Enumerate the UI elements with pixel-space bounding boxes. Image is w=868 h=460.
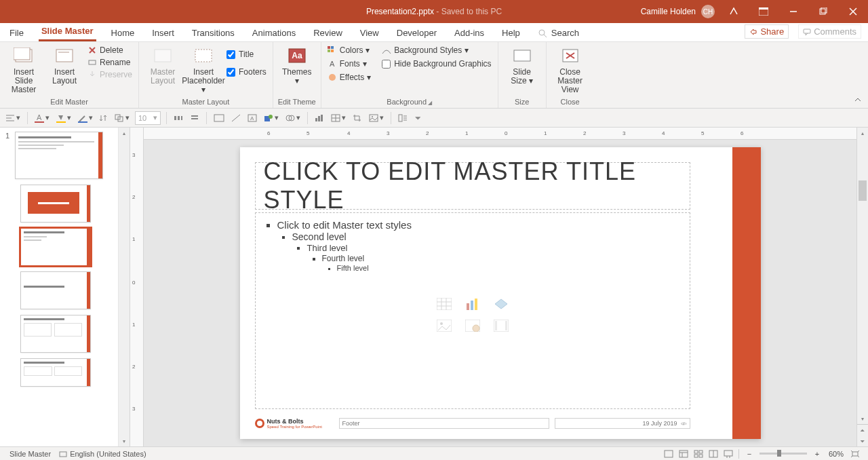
layout-thumbnail-4[interactable] — [20, 315, 91, 353]
content-placeholder[interactable]: Click to edit Master text styles Second … — [255, 212, 690, 409]
tell-me-search[interactable]: Search — [535, 24, 582, 41]
chart-button[interactable] — [313, 111, 326, 126]
scroll-up-icon[interactable]: ▴ — [119, 128, 130, 138]
effects-button[interactable]: Effects ▾ — [326, 72, 373, 83]
tab-file[interactable]: File — [7, 24, 26, 41]
insert-chart-icon[interactable] — [463, 296, 482, 311]
quick-toolbar: ▾ A▾ ▾ ▾ ▾ 10▾ A ▾ ▾ ▾ ▾ ⏷ — [0, 109, 868, 128]
reading-view-button[interactable] — [706, 448, 721, 460]
shape-line-button[interactable] — [230, 111, 242, 126]
prev-slide-icon[interactable]: ⏶ — [857, 425, 868, 436]
insert-video-icon[interactable] — [492, 318, 511, 333]
shapes-menu[interactable]: ▾ — [262, 111, 280, 126]
colors-button[interactable]: Colors ▾ — [326, 45, 373, 56]
status-language[interactable]: English (United States) — [55, 450, 151, 458]
tab-insert[interactable]: Insert — [149, 24, 177, 41]
selection-pane-button[interactable] — [397, 111, 409, 126]
footer-placeholder[interactable]: Footer — [339, 418, 549, 429]
zoom-out-button[interactable]: − — [742, 448, 757, 460]
insert-picture-icon[interactable] — [435, 318, 454, 333]
tab-slide-master[interactable]: Slide Master — [39, 22, 96, 41]
date-placeholder[interactable]: 19 July 2019‹#› — [555, 418, 690, 429]
insert-layout-button[interactable]: Insert Layout — [45, 45, 84, 85]
share-button[interactable]: Share — [745, 24, 789, 39]
align-menu[interactable]: ▾ — [4, 111, 22, 126]
tab-developer[interactable]: Developer — [394, 24, 439, 41]
insert-smartart-icon[interactable] — [492, 296, 511, 311]
master-thumbnail[interactable] — [15, 132, 103, 179]
footers-checkbox[interactable]: Footers — [224, 66, 269, 77]
tab-help[interactable]: Help — [499, 24, 523, 41]
background-styles-button[interactable]: Background Styles ▾ — [380, 45, 493, 56]
slide-size-button[interactable]: Slide Size ▾ — [502, 45, 542, 85]
zoom-slider[interactable] — [760, 453, 807, 455]
tab-view[interactable]: View — [357, 24, 382, 41]
insert-online-picture-icon[interactable] — [463, 318, 482, 333]
more-commands[interactable]: ⏷ — [413, 111, 423, 126]
tab-review[interactable]: Review — [311, 24, 345, 41]
delete-icon — [87, 45, 97, 55]
normal-view-button[interactable] — [676, 448, 691, 460]
zoom-level[interactable]: 60% — [825, 450, 848, 458]
user-account[interactable]: Camille Holden CH — [641, 5, 719, 18]
picture-menu[interactable]: ▾ — [368, 111, 385, 126]
ribbon-display-icon[interactable] — [749, 0, 778, 23]
thumb-scrollbar[interactable]: ▴ ▾ — [118, 128, 130, 446]
close-master-view-button[interactable]: Close Master View — [551, 45, 590, 94]
scroll-down-icon[interactable]: ▾ — [119, 436, 130, 446]
insert-slide-master-button[interactable]: Insert Slide Master — [4, 45, 43, 94]
shape-rect-button[interactable] — [212, 111, 226, 126]
status-view[interactable]: Slide Master — [5, 450, 55, 458]
slideshow-button[interactable] — [721, 448, 736, 460]
sorter-view-button[interactable] — [691, 448, 706, 460]
merge-shapes-menu[interactable]: ▾ — [284, 111, 302, 126]
layout-thumbnail-2[interactable] — [20, 228, 91, 266]
tab-addins[interactable]: Add-ins — [452, 24, 487, 41]
delete-button[interactable]: Delete — [85, 45, 134, 56]
tab-animations[interactable]: Animations — [250, 24, 298, 41]
zoom-in-button[interactable]: + — [810, 448, 825, 460]
maximize-button[interactable] — [808, 0, 838, 23]
layout-thumbnail-1[interactable] — [20, 185, 91, 223]
next-slide-icon[interactable]: ⏷ — [857, 436, 868, 446]
hide-background-checkbox[interactable]: Hide Background Graphics — [380, 58, 493, 69]
insert-table-icon[interactable] — [435, 296, 454, 311]
fonts-icon: A — [328, 59, 337, 69]
insert-placeholder-button[interactable]: Insert Placeholder ▾ — [184, 45, 223, 94]
tab-home[interactable]: Home — [108, 24, 138, 41]
fonts-button[interactable]: AFonts ▾ — [326, 58, 373, 69]
font-color-menu[interactable]: A▾ — [33, 111, 51, 126]
comments-button[interactable]: Comments — [798, 24, 861, 39]
title-checkbox[interactable]: Title — [224, 49, 269, 60]
fill-color-menu[interactable]: ▾ — [55, 111, 73, 126]
scroll-up-icon[interactable]: ▴ — [857, 128, 868, 138]
rename-button[interactable]: Rename — [85, 57, 134, 68]
comment-icon — [803, 28, 811, 36]
themes-button[interactable]: Aa Themes▾ — [277, 45, 317, 85]
fit-window-button[interactable] — [848, 448, 863, 460]
crop-button[interactable] — [351, 111, 363, 126]
save-state: - Saved to this PC — [434, 7, 502, 16]
font-size-box[interactable]: 10▾ — [135, 111, 161, 125]
distribute-v-button[interactable] — [189, 111, 201, 126]
canvas-scrollbar[interactable]: ▴ ▾ ⏶ ⏷ — [856, 128, 868, 446]
minimize-button[interactable] — [778, 0, 808, 23]
table-menu[interactable]: ▾ — [330, 111, 347, 126]
preserve-button[interactable]: Preserve — [85, 69, 134, 80]
slide-canvas[interactable]: CLICK TO EDIT MASTER TITLE STYLE Click t… — [144, 140, 856, 446]
distribute-h-button[interactable] — [172, 111, 184, 126]
coming-soon-icon[interactable] — [719, 0, 749, 23]
tab-transitions[interactable]: Transitions — [189, 24, 237, 41]
scroll-down-icon[interactable]: ▾ — [857, 413, 868, 424]
text-box-button[interactable]: A — [246, 111, 258, 126]
outline-color-menu[interactable]: ▾ — [77, 111, 94, 126]
title-placeholder[interactable]: CLICK TO EDIT MASTER TITLE STYLE — [255, 162, 690, 210]
layout-thumbnail-3[interactable] — [20, 271, 91, 309]
layout-thumbnail-5[interactable] — [20, 358, 91, 387]
sort-button[interactable] — [98, 111, 109, 126]
notes-button[interactable] — [661, 448, 676, 460]
close-window-button[interactable] — [838, 0, 868, 23]
collapse-ribbon-button[interactable] — [852, 94, 864, 105]
background-launcher[interactable]: ◢ — [428, 100, 432, 106]
group-menu[interactable]: ▾ — [113, 111, 131, 126]
